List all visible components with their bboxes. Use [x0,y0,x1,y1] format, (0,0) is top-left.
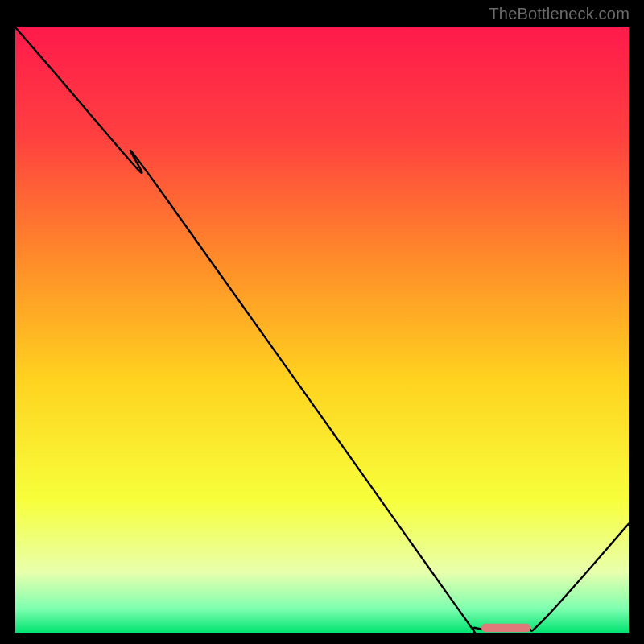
chart-frame [12,24,632,636]
optimal-range-marker [481,624,530,633]
chart-plot-area [15,27,629,633]
chart-svg [15,27,629,633]
gradient-background [15,27,629,633]
watermark-text: TheBottleneck.com [489,5,630,23]
